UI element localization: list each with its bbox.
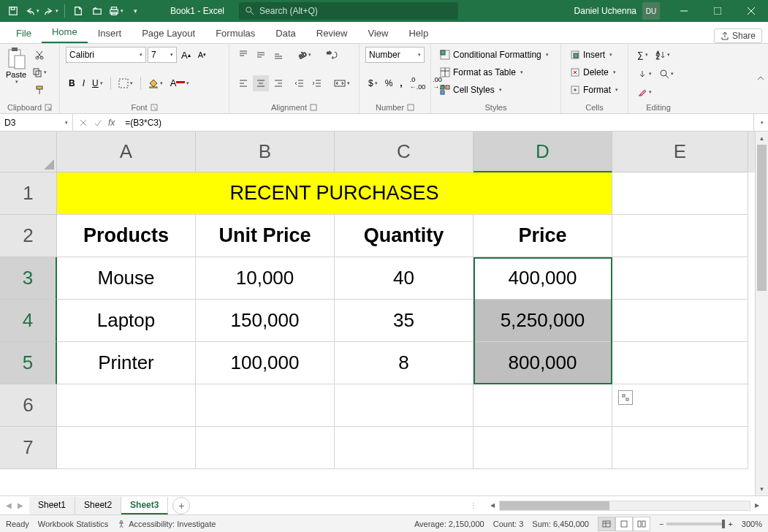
align-left-button[interactable] [235,75,251,91]
row-header-1[interactable]: 1 [0,172,57,215]
number-launcher[interactable] [407,104,414,111]
format-painter-button[interactable] [29,82,50,98]
cell-styles-button[interactable]: Cell Styles▾ [437,82,555,98]
cell-b2[interactable]: Unit Price [196,215,335,257]
sheet-tab-3[interactable]: Sheet3 [121,497,168,514]
tab-pagelayout[interactable]: Page Layout [132,23,205,43]
align-right-button[interactable] [270,75,286,91]
share-button[interactable]: Share [714,28,762,43]
page-layout-view-button[interactable] [615,517,633,531]
cell-d4[interactable]: 5,250,000 [474,300,612,342]
col-header-d[interactable]: D [474,132,612,172]
new-file-button[interactable] [69,2,87,20]
tab-help[interactable]: Help [398,23,438,43]
maximize-button[interactable] [701,0,734,22]
scroll-left-button[interactable]: ◀ [486,502,499,509]
number-format-select[interactable]: Number▾ [365,47,425,63]
cell-b6[interactable] [196,384,335,427]
cell-b4[interactable]: 150,000 [196,300,335,342]
close-button[interactable] [734,0,768,22]
print-button[interactable]: ▾ [107,2,125,20]
italic-button[interactable]: I [80,75,88,91]
col-header-b[interactable]: B [196,132,335,172]
sheet-nav-prev[interactable]: ◀ [4,500,13,511]
horizontal-scrollbar[interactable] [499,501,750,511]
cell-e7[interactable] [612,427,748,469]
cell-d3[interactable]: 400,000 [474,257,612,300]
hscroll-thumb[interactable] [500,501,609,510]
cell-d5[interactable]: 800,000 [474,342,612,384]
row-header-2[interactable]: 2 [0,215,57,257]
redo-button[interactable]: ▾ [42,2,60,20]
fill-button[interactable]: ▾ [634,66,655,82]
sheet-nav-next[interactable]: ▶ [16,500,25,511]
cell-a2[interactable]: Products [57,215,196,257]
vertical-scrollbar[interactable]: ▲ ▼ [755,132,768,495]
borders-button[interactable]: ▾ [115,75,136,91]
bold-button[interactable]: B [66,75,78,91]
cell-e1[interactable] [612,172,748,215]
enter-icon[interactable] [94,118,102,127]
align-center-button[interactable] [253,75,269,91]
cell-c2[interactable]: Quantity [335,215,474,257]
cell-d7[interactable] [474,427,612,469]
row-header-7[interactable]: 7 [0,427,57,469]
cell-e4[interactable] [612,300,748,342]
cell-e3[interactable] [612,257,748,300]
tab-file[interactable]: File [6,23,42,43]
cell-d2[interactable]: Price [474,215,612,257]
col-header-a[interactable]: A [57,132,196,172]
format-table-button[interactable]: Format as Table▾ [437,64,555,80]
save-button[interactable] [4,2,22,20]
font-color-button[interactable]: A▾ [167,75,193,91]
qat-customize[interactable]: ▾ [126,2,144,20]
scroll-right-button[interactable]: ▶ [750,502,764,509]
scroll-down-button[interactable]: ▼ [756,482,768,495]
cell-d6[interactable] [474,384,612,427]
col-header-c[interactable]: C [335,132,474,172]
cell-c6[interactable] [335,384,474,427]
increase-indent-button[interactable] [309,75,325,91]
accessibility-status[interactable]: Accessibility: Investigate [117,520,216,528]
conditional-formatting-button[interactable]: Conditional Formatting▾ [437,47,555,63]
cell-b7[interactable] [196,427,335,469]
collapse-ribbon-button[interactable] [753,44,768,113]
undo-button[interactable]: ▾ [23,2,41,20]
wrap-text-button[interactable]: ab [323,47,341,63]
tab-data[interactable]: Data [265,23,305,43]
merge-center-button[interactable]: ▾ [331,75,353,91]
cell-a4[interactable]: Laptop [57,300,196,342]
fill-color-button[interactable]: ▾ [145,75,166,91]
increase-font-button[interactable]: A▴ [178,47,194,63]
tab-insert[interactable]: Insert [88,23,132,43]
normal-view-button[interactable] [598,517,615,531]
scroll-up-button[interactable]: ▲ [756,132,768,145]
cell-c4[interactable]: 35 [335,300,474,342]
align-top-button[interactable] [235,47,251,63]
vscroll-thumb[interactable] [757,145,767,291]
open-button[interactable] [88,2,106,20]
cell-a1-merged[interactable]: RECENT PURCHASES [57,172,612,215]
cell-e5[interactable] [612,342,748,384]
autosum-button[interactable]: ∑▾ [634,47,651,63]
row-header-4[interactable]: 4 [0,300,57,342]
cell-e2[interactable] [612,215,748,257]
expand-formula-button[interactable]: ▾ [753,114,768,131]
search-box[interactable]: Search (Alt+Q) [239,2,458,20]
tab-review[interactable]: Review [306,23,358,43]
paste-button[interactable]: Paste ▾ [6,47,26,98]
row-header-5[interactable]: 5 [0,342,57,384]
alignment-launcher[interactable] [310,104,317,111]
cell-a6[interactable] [57,384,196,427]
orientation-button[interactable]: ab▾ [294,47,314,63]
zoom-in-button[interactable]: + [728,520,732,528]
cell-a5[interactable]: Printer [57,342,196,384]
cancel-icon[interactable] [79,118,88,127]
minimize-button[interactable] [667,0,701,22]
select-all-cells[interactable] [0,132,57,172]
cell-a3[interactable]: Mouse [57,257,196,300]
zoom-out-button[interactable]: − [659,520,664,528]
cell-a7[interactable] [57,427,196,469]
sheet-tab-1[interactable]: Sheet1 [29,497,75,514]
name-box[interactable]: D3 ▾ [0,114,73,131]
